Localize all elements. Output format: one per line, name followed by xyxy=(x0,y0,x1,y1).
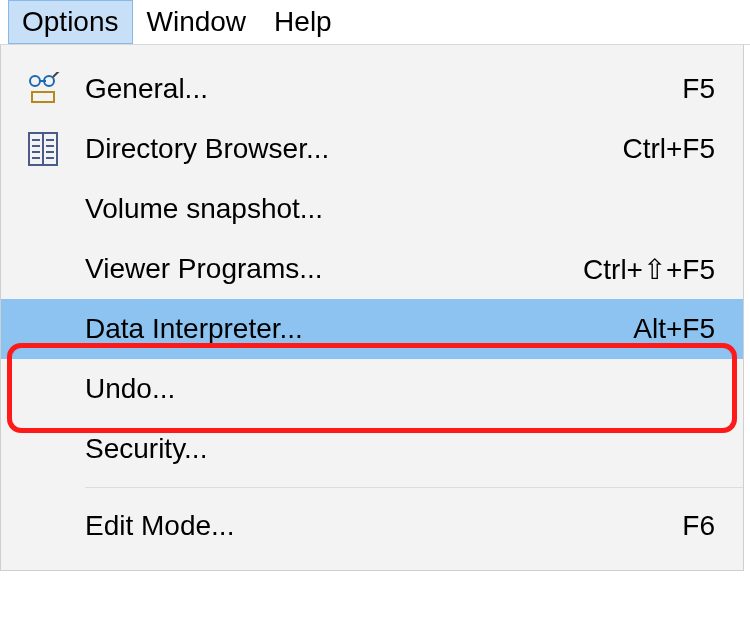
menu-item-shortcut: Ctrl+⇧+F5 xyxy=(583,253,715,286)
svg-point-0 xyxy=(30,76,40,86)
menu-item-shortcut: F5 xyxy=(682,73,715,105)
menu-separator xyxy=(85,487,743,488)
svg-rect-2 xyxy=(32,92,54,102)
menubar-options[interactable]: Options xyxy=(8,0,133,44)
general-options-icon xyxy=(1,72,85,106)
menu-item-label: General... xyxy=(85,73,682,105)
menu-item-general[interactable]: General... F5 xyxy=(1,59,743,119)
menu-item-label: Edit Mode... xyxy=(85,510,682,542)
menu-item-viewer-programs[interactable]: Viewer Programs... Ctrl+⇧+F5 xyxy=(1,239,743,299)
menu-item-label: Viewer Programs... xyxy=(85,253,583,285)
menu-item-shortcut: Ctrl+F5 xyxy=(622,133,715,165)
menu-item-label: Undo... xyxy=(85,373,715,405)
menu-item-label: Security... xyxy=(85,433,715,465)
menu-item-label: Volume snapshot... xyxy=(85,193,715,225)
menu-item-edit-mode[interactable]: Edit Mode... F6 xyxy=(1,496,743,556)
menu-item-shortcut: F6 xyxy=(682,510,715,542)
menu-item-label: Data Interpreter... xyxy=(85,313,633,345)
directory-browser-icon xyxy=(1,132,85,166)
options-dropdown: General... F5 Directory Browser... xyxy=(0,45,744,571)
menu-item-shortcut: Alt+F5 xyxy=(633,313,715,345)
menu-item-volume-snapshot[interactable]: Volume snapshot... xyxy=(1,179,743,239)
menu-item-data-interpreter[interactable]: Data Interpreter... Alt+F5 xyxy=(1,299,743,359)
menu-item-directory-browser[interactable]: Directory Browser... Ctrl+F5 xyxy=(1,119,743,179)
menu-item-undo[interactable]: Undo... xyxy=(1,359,743,419)
menubar-help[interactable]: Help xyxy=(260,0,346,44)
menubar-window[interactable]: Window xyxy=(133,0,261,44)
menu-item-label: Directory Browser... xyxy=(85,133,622,165)
menubar: Options Window Help xyxy=(0,0,750,45)
menu-item-security[interactable]: Security... xyxy=(1,419,743,479)
